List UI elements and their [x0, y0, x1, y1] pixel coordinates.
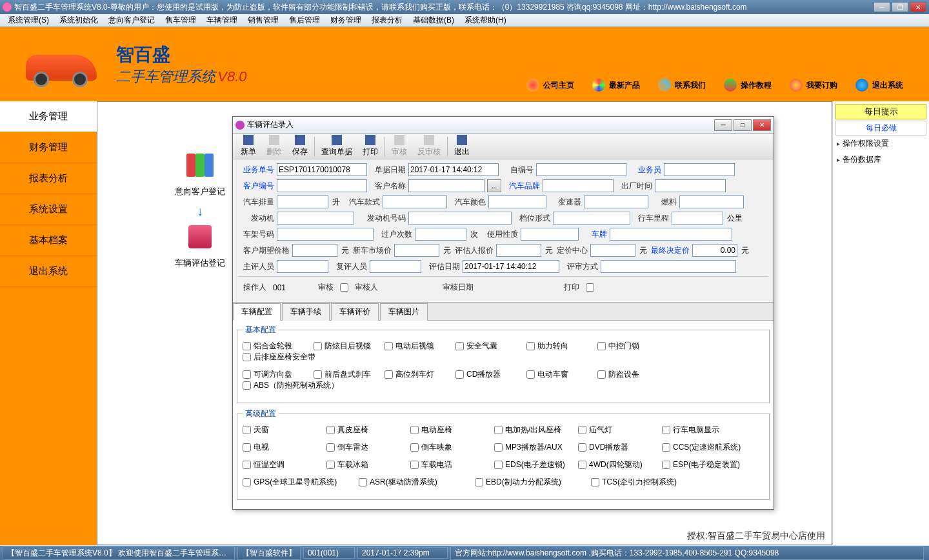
- checkbox-ESP(电子稳定装置)[interactable]: ESP(电子稳定装置): [662, 459, 746, 470]
- checkbox-中控门锁[interactable]: 中控门锁: [597, 341, 668, 352]
- method-input[interactable]: [601, 260, 736, 273]
- checkbox-倒车雷达[interactable]: 倒车雷达: [326, 442, 410, 453]
- tab-车辆图片[interactable]: 车辆图片: [380, 303, 428, 321]
- menu-item[interactable]: 售后管理: [284, 15, 325, 26]
- checkbox-可调方向盘[interactable]: 可调方向盘: [243, 369, 314, 380]
- sidebar-item[interactable]: 基本档案: [0, 225, 97, 256]
- factory-time-input[interactable]: [655, 179, 726, 192]
- sidebar-item[interactable]: 系统设置: [0, 194, 97, 225]
- checkbox-天窗[interactable]: 天窗: [243, 425, 326, 435]
- close-button[interactable]: ✕: [910, 2, 926, 12]
- checkbox-行车电脑显示[interactable]: 行车电脑显示: [662, 425, 746, 435]
- transfer-input[interactable]: [415, 228, 466, 241]
- checkbox-GPS(全球卫星导航系统)[interactable]: GPS(全球卫星导航系统): [243, 477, 359, 488]
- checkbox-真皮座椅[interactable]: 真皮座椅: [326, 425, 410, 435]
- checkbox-疝气灯[interactable]: 疝气灯: [578, 425, 662, 435]
- flow-icon[interactable]: [184, 154, 216, 179]
- flow-icon[interactable]: [184, 225, 216, 251]
- self-no-input[interactable]: [536, 163, 626, 176]
- sales-input[interactable]: [664, 163, 735, 176]
- checkbox-防炫目后视镜[interactable]: 防炫目后视镜: [314, 341, 385, 352]
- menu-item[interactable]: 系统帮助(H): [459, 15, 512, 26]
- cust-lookup-button[interactable]: ...: [487, 179, 501, 192]
- expect-input[interactable]: [292, 244, 337, 257]
- main-assess-input[interactable]: [277, 260, 328, 273]
- biz-no-label[interactable]: 业务单号: [238, 165, 274, 175]
- header-nav-item[interactable]: 我要订购: [790, 79, 837, 92]
- checkbox-车载冰箱[interactable]: 车载冰箱: [326, 459, 410, 470]
- checkbox-后排座座椅安全带[interactable]: 后排座座椅安全带: [243, 352, 339, 363]
- minimize-button[interactable]: ─: [874, 2, 890, 12]
- bill-date-input[interactable]: [408, 163, 499, 176]
- header-nav-item[interactable]: 最新产品: [592, 79, 640, 92]
- menu-item[interactable]: 车辆管理: [201, 15, 243, 26]
- tips-item[interactable]: 备份数据库: [835, 152, 926, 168]
- menu-item[interactable]: 系统初始化: [54, 15, 103, 26]
- menu-item[interactable]: 售车管理: [160, 15, 201, 26]
- print-checkbox[interactable]: [586, 283, 594, 292]
- checkbox-倒车映象[interactable]: 倒车映象: [410, 442, 494, 453]
- header-nav-item[interactable]: 联系我们: [658, 79, 706, 92]
- dialog-close-button[interactable]: ✕: [753, 119, 771, 131]
- toolbar-退出[interactable]: 退出: [449, 135, 475, 157]
- checkbox-助力转向[interactable]: 助力转向: [526, 341, 597, 352]
- cust-name-input[interactable]: [408, 179, 484, 192]
- checkbox-MP3播放器/AUX[interactable]: MP3播放器/AUX: [494, 442, 578, 453]
- mileage-input[interactable]: [672, 212, 723, 225]
- final-input[interactable]: [692, 244, 737, 257]
- menu-item[interactable]: 财务管理: [325, 15, 366, 26]
- menu-item[interactable]: 系统管理(S): [3, 15, 54, 26]
- tab-车辆配置[interactable]: 车辆配置: [233, 303, 281, 321]
- menu-item[interactable]: 报表分析: [366, 15, 408, 26]
- plate-label[interactable]: 车牌: [581, 229, 607, 240]
- final-label[interactable]: 最终决定价: [651, 245, 690, 256]
- cust-no-input[interactable]: [277, 179, 367, 192]
- sidebar-item[interactable]: 业务管理: [0, 101, 97, 132]
- sidebar-item[interactable]: 退出系统: [0, 256, 97, 287]
- re-assess-input[interactable]: [370, 260, 421, 273]
- checkbox-车载电话[interactable]: 车载电话: [410, 459, 494, 470]
- menu-item[interactable]: 基础数据(B): [408, 15, 459, 26]
- checkbox-恒温空调[interactable]: 恒温空调: [243, 459, 326, 470]
- toolbar-新单[interactable]: 新单: [235, 135, 261, 157]
- checkbox-防盗设备[interactable]: 防盗设备: [597, 369, 668, 380]
- checkbox-铝合金轮毂[interactable]: 铝合金轮毂: [243, 341, 314, 352]
- dialog-maximize-button[interactable]: □: [734, 119, 752, 131]
- toolbar-查询单据[interactable]: 查询单据: [316, 135, 357, 157]
- checkbox-CD播放器[interactable]: CD播放器: [455, 369, 526, 380]
- audit-checkbox[interactable]: [340, 283, 348, 292]
- checkbox-DVD播放器[interactable]: DVD播放器: [578, 442, 662, 453]
- checkbox-4WD(四轮驱动)[interactable]: 4WD(四轮驱动): [578, 459, 662, 470]
- engine-input[interactable]: [277, 212, 354, 225]
- checkbox-TCS(牵引力控制系统)[interactable]: TCS(牵引力控制系统): [591, 477, 707, 488]
- style-input[interactable]: [383, 195, 447, 208]
- checkbox-CCS(定速巡航系统)[interactable]: CCS(定速巡航系统): [662, 442, 746, 453]
- checkbox-安全气囊[interactable]: 安全气囊: [455, 341, 526, 352]
- gear-type-input[interactable]: [553, 212, 630, 225]
- center-input[interactable]: [590, 244, 635, 257]
- header-nav-item[interactable]: 退出系统: [855, 79, 903, 92]
- menu-item[interactable]: 销售管理: [243, 15, 284, 26]
- plate-input[interactable]: [610, 228, 732, 241]
- gearbox-input[interactable]: [584, 195, 648, 208]
- checkbox-EBD(制动力分配系统)[interactable]: EBD(制动力分配系统): [475, 477, 591, 488]
- checkbox-电加热/出风座椅[interactable]: 电加热/出风座椅: [494, 425, 578, 435]
- checkbox-电动车窗[interactable]: 电动车窗: [526, 369, 597, 380]
- maximize-button[interactable]: ❐: [892, 2, 908, 12]
- market-input[interactable]: [394, 244, 439, 257]
- vin-input[interactable]: [277, 228, 374, 241]
- assess-date-input[interactable]: [463, 260, 559, 273]
- sales-label[interactable]: 业务员: [629, 165, 661, 175]
- disp-input[interactable]: [277, 195, 328, 208]
- header-nav-item[interactable]: 公司主页: [526, 79, 574, 92]
- checkbox-高位刹车灯[interactable]: 高位刹车灯: [385, 369, 455, 380]
- checkbox-电动座椅[interactable]: 电动座椅: [410, 425, 494, 435]
- cust-no-label[interactable]: 客户编号: [238, 181, 274, 192]
- color-input[interactable]: [488, 195, 546, 208]
- toolbar-打印[interactable]: 打印: [357, 135, 383, 157]
- menu-item[interactable]: 意向客户登记: [103, 15, 160, 26]
- tips-item[interactable]: 操作权限设置: [835, 135, 926, 152]
- tab-车辆评价[interactable]: 车辆评价: [331, 303, 379, 321]
- tab-车辆手续[interactable]: 车辆手续: [282, 303, 330, 321]
- sidebar-item[interactable]: 财务管理: [0, 132, 97, 163]
